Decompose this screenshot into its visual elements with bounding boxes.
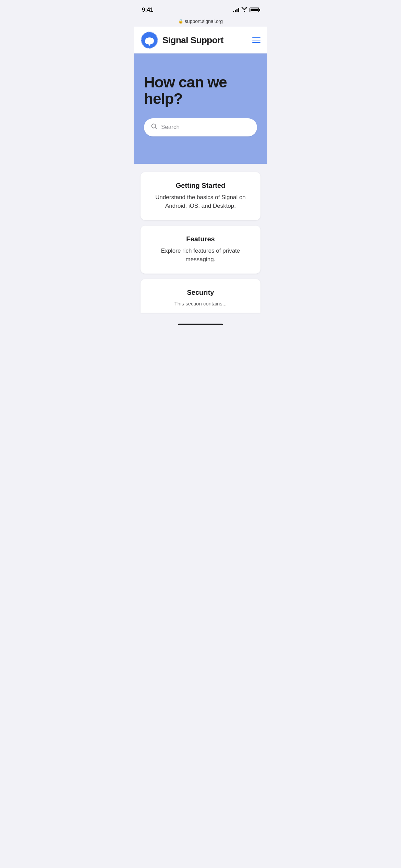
search-container[interactable] — [144, 118, 257, 136]
home-indicator — [134, 321, 267, 329]
features-card[interactable]: Features Explore rich features of privat… — [141, 226, 260, 274]
security-card-partial[interactable]: Security This section contains... — [141, 279, 260, 313]
home-bar — [178, 324, 223, 325]
status-icons — [233, 7, 259, 13]
search-icon — [151, 123, 158, 132]
search-input[interactable] — [161, 124, 250, 131]
features-title: Features — [149, 235, 252, 243]
battery-icon — [250, 8, 259, 12]
header-logo: Signal Support — [141, 31, 223, 49]
getting-started-description: Understand the basics of Signal on Andro… — [149, 193, 252, 210]
lock-icon: 🔒 — [178, 19, 183, 24]
getting-started-card[interactable]: Getting Started Understand the basics of… — [141, 172, 260, 220]
status-bar: 9:41 — [134, 0, 267, 17]
features-description: Explore rich features of private messagi… — [149, 246, 252, 264]
signal-logo-icon — [141, 31, 158, 49]
security-description-partial: This section contains... — [149, 300, 252, 307]
header-title: Signal Support — [162, 35, 223, 46]
url-bar[interactable]: 🔒 support.signal.org — [134, 17, 267, 27]
getting-started-title: Getting Started — [149, 182, 252, 190]
hero-section: How can we help? — [134, 53, 267, 164]
hero-title: How can we help? — [144, 74, 257, 107]
header: Signal Support — [134, 27, 267, 53]
status-time: 9:41 — [142, 7, 153, 13]
hamburger-button[interactable] — [252, 37, 260, 43]
url-label: support.signal.org — [185, 19, 223, 24]
wifi-icon — [241, 7, 247, 13]
security-title: Security — [149, 289, 252, 297]
signal-bars-icon — [233, 8, 239, 12]
url-text: 🔒 support.signal.org — [139, 19, 262, 24]
content-section: Getting Started Understand the basics of… — [134, 164, 267, 321]
